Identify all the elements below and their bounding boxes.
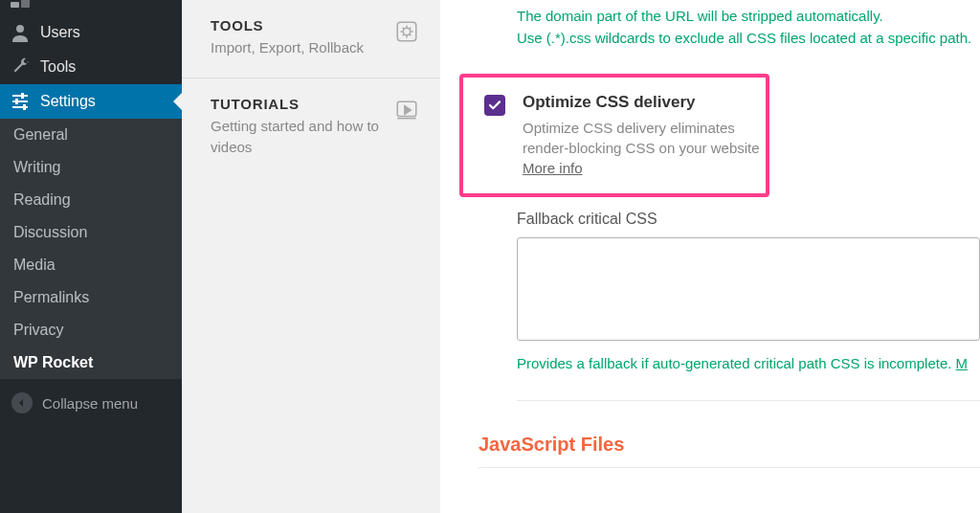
submenu-permalinks[interactable]: Permalinks bbox=[0, 281, 182, 314]
sidebar-item-label: Users bbox=[40, 24, 80, 41]
submenu-discussion[interactable]: Discussion bbox=[0, 216, 182, 249]
js-files-heading: JavaScript Files bbox=[479, 434, 980, 468]
submenu-general[interactable]: General bbox=[0, 119, 182, 151]
svg-rect-3 bbox=[12, 95, 28, 97]
secondary-item-tutorials[interactable]: TUTORIALS Getting started and how to vid… bbox=[182, 78, 440, 177]
wp-admin-sidebar: Users Tools Settings General Writing Rea… bbox=[0, 0, 182, 513]
sliders-icon bbox=[10, 92, 31, 111]
optimize-css-row: Optimize CSS delivery Optimize CSS deliv… bbox=[459, 74, 769, 197]
wrench-icon bbox=[10, 57, 31, 77]
submenu-reading[interactable]: Reading bbox=[0, 184, 182, 216]
sidebar-item-partial[interactable] bbox=[0, 0, 182, 15]
svg-rect-6 bbox=[21, 93, 24, 99]
submenu-label: WP Rocket bbox=[13, 354, 93, 370]
submenu-label: Discussion bbox=[13, 224, 87, 240]
fallback-hint: Provides a fallback if auto-generated cr… bbox=[517, 355, 980, 401]
optimize-css-label: Optimize CSS delivery bbox=[523, 93, 766, 112]
svg-rect-4 bbox=[12, 100, 28, 102]
hint-text-2: Use (.*).css wildcards to exclude all CS… bbox=[517, 28, 980, 50]
js-files-section: JavaScript Files bbox=[459, 434, 980, 468]
submenu-label: Permalinks bbox=[13, 289, 89, 305]
submenu-label: Writing bbox=[13, 159, 61, 175]
submenu-label: Media bbox=[13, 256, 56, 273]
submenu-privacy[interactable]: Privacy bbox=[0, 314, 182, 346]
submenu-label: Privacy bbox=[13, 322, 63, 338]
optimize-css-desc: Optimize CSS delivery eliminates render-… bbox=[523, 118, 766, 178]
svg-point-10 bbox=[403, 28, 411, 35]
sidebar-item-tools[interactable]: Tools bbox=[0, 50, 182, 84]
svg-rect-7 bbox=[15, 99, 18, 104]
secondary-item-tools[interactable]: TOOLS Import, Export, Rollback bbox=[182, 0, 440, 78]
secondary-desc: Getting started and how to videos bbox=[211, 116, 383, 158]
optimize-desc-text: Optimize CSS delivery eliminates render-… bbox=[523, 120, 760, 156]
sidebar-item-settings[interactable]: Settings bbox=[0, 84, 182, 119]
main-content: The domain part of the URL will be strip… bbox=[440, 0, 980, 513]
check-icon bbox=[488, 99, 501, 112]
submenu-media[interactable]: Media bbox=[0, 249, 182, 281]
fallback-css-textarea[interactable] bbox=[517, 237, 980, 341]
submenu-label: General bbox=[13, 126, 68, 143]
collapse-menu-button[interactable]: Collapse menu bbox=[0, 383, 182, 423]
sidebar-item-label: Settings bbox=[40, 93, 96, 110]
submenu-label: Reading bbox=[13, 191, 71, 208]
svg-rect-1 bbox=[21, 0, 30, 8]
optimize-css-checkbox[interactable] bbox=[484, 95, 505, 116]
secondary-title: TUTORIALS bbox=[211, 96, 383, 112]
sidebar-item-users[interactable]: Users bbox=[0, 15, 182, 50]
collapse-label: Collapse menu bbox=[42, 395, 138, 412]
secondary-desc: Import, Export, Rollback bbox=[211, 37, 383, 58]
svg-rect-8 bbox=[23, 104, 26, 110]
svg-rect-9 bbox=[397, 22, 416, 41]
play-icon bbox=[394, 98, 421, 158]
svg-point-2 bbox=[16, 25, 24, 33]
gauge-icon bbox=[10, 0, 31, 8]
svg-rect-0 bbox=[11, 2, 19, 8]
secondary-nav: TOOLS Import, Export, Rollback TUTORIALS… bbox=[182, 0, 440, 513]
submenu-wp-rocket[interactable]: WP Rocket bbox=[0, 346, 182, 379]
fallback-hint-link[interactable]: M bbox=[956, 355, 969, 371]
hint-text-1: The domain part of the URL will be strip… bbox=[517, 6, 980, 28]
collapse-icon bbox=[11, 392, 33, 413]
fallback-label: Fallback critical CSS bbox=[517, 211, 980, 228]
submenu-writing[interactable]: Writing bbox=[0, 151, 182, 184]
gear-icon bbox=[394, 19, 421, 58]
sidebar-item-label: Tools bbox=[40, 58, 76, 76]
secondary-title: TOOLS bbox=[211, 17, 383, 33]
more-info-link[interactable]: More info bbox=[523, 160, 583, 176]
user-icon bbox=[10, 23, 31, 42]
fallback-hint-text: Provides a fallback if auto-generated cr… bbox=[517, 355, 956, 371]
